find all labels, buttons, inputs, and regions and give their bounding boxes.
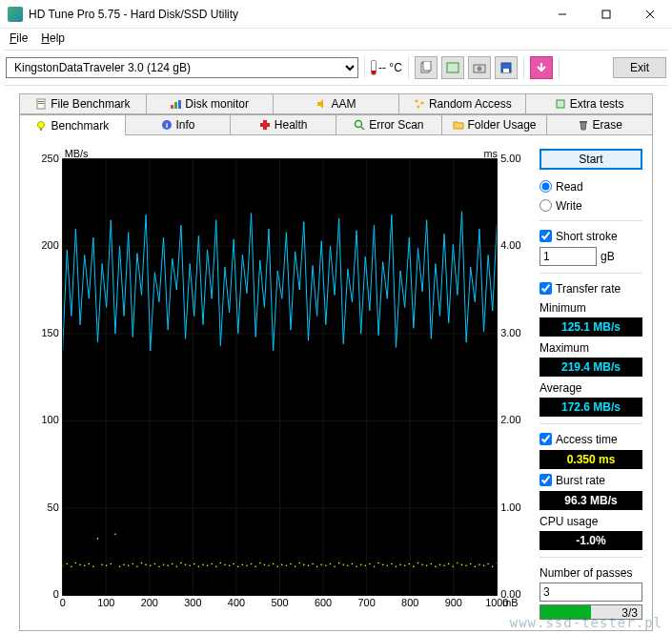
svg-text:50: 50 bbox=[48, 501, 59, 513]
average-label: Average bbox=[540, 381, 642, 395]
svg-text:ms: ms bbox=[483, 148, 498, 159]
svg-point-161 bbox=[443, 564, 445, 566]
monitor-icon bbox=[170, 98, 181, 110]
svg-point-27 bbox=[356, 121, 362, 128]
short-stroke-input[interactable] bbox=[540, 247, 597, 266]
transfer-rate-check[interactable]: Transfer rate bbox=[540, 280, 642, 297]
svg-point-17 bbox=[415, 100, 417, 103]
svg-point-157 bbox=[426, 564, 428, 566]
svg-point-156 bbox=[421, 564, 423, 566]
exit-button[interactable]: Exit bbox=[613, 57, 666, 78]
svg-rect-20 bbox=[557, 100, 564, 108]
svg-point-116 bbox=[246, 564, 248, 566]
tab-random-access[interactable]: Random Access bbox=[398, 93, 526, 114]
svg-point-134 bbox=[325, 564, 327, 566]
thermometer-icon bbox=[371, 60, 377, 75]
svg-point-129 bbox=[303, 564, 305, 566]
svg-point-117 bbox=[251, 563, 253, 565]
separator bbox=[523, 56, 524, 79]
svg-point-170 bbox=[483, 564, 485, 566]
svg-point-87 bbox=[119, 565, 121, 567]
svg-rect-22 bbox=[40, 128, 42, 131]
svg-point-114 bbox=[237, 565, 239, 567]
watermark: www.ssd-tester.pl bbox=[510, 615, 662, 630]
svg-point-108 bbox=[211, 563, 213, 565]
tab-erase[interactable]: Erase bbox=[546, 114, 653, 135]
svg-point-91 bbox=[136, 565, 138, 567]
svg-point-78 bbox=[79, 564, 81, 566]
tab-info[interactable]: iInfo bbox=[125, 114, 232, 135]
svg-point-86 bbox=[114, 534, 116, 536]
maximize-button[interactable] bbox=[584, 0, 628, 29]
tab-label: Info bbox=[176, 118, 195, 132]
menu-help[interactable]: Help bbox=[35, 30, 71, 47]
close-button[interactable] bbox=[628, 0, 672, 29]
tab-label: AAM bbox=[331, 97, 356, 111]
tab-label: Erase bbox=[593, 118, 622, 132]
svg-text:mB: mB bbox=[502, 597, 518, 608]
svg-line-28 bbox=[361, 127, 364, 130]
svg-point-159 bbox=[435, 565, 437, 567]
tab-aam[interactable]: AAM bbox=[273, 93, 400, 114]
svg-point-168 bbox=[475, 565, 477, 567]
svg-text:i: i bbox=[165, 121, 167, 130]
svg-point-162 bbox=[448, 563, 450, 565]
tab-label: File Benchmark bbox=[51, 97, 130, 111]
read-radio[interactable]: Read bbox=[540, 178, 642, 194]
svg-point-105 bbox=[198, 565, 200, 567]
menu-file[interactable]: File bbox=[4, 30, 33, 47]
svg-point-155 bbox=[417, 562, 419, 564]
svg-point-110 bbox=[220, 562, 222, 564]
bulb-icon bbox=[35, 120, 47, 132]
svg-point-138 bbox=[342, 564, 344, 566]
check-label: Transfer rate bbox=[556, 282, 621, 296]
benchmark-chart: 00.00501.001002.001503.002004.002505.000… bbox=[30, 145, 530, 621]
access-time-check[interactable]: Access time bbox=[540, 431, 642, 447]
tab-label: Health bbox=[275, 118, 308, 132]
save-button[interactable] bbox=[495, 56, 518, 79]
device-select[interactable]: KingstonDataTraveler 3.0 (124 gB) bbox=[6, 57, 358, 78]
svg-point-141 bbox=[356, 565, 357, 567]
minimize-button[interactable] bbox=[540, 0, 584, 29]
content-panel: 00.00501.001002.001503.002004.002505.000… bbox=[19, 135, 653, 631]
tab-label: Benchmark bbox=[51, 119, 109, 133]
tab-health[interactable]: Health bbox=[230, 114, 336, 135]
tab-file-benchmark[interactable]: File Benchmark bbox=[19, 93, 147, 114]
screenshot-button[interactable] bbox=[468, 56, 491, 79]
divider bbox=[540, 273, 642, 274]
svg-rect-10 bbox=[503, 69, 509, 72]
tab-label: Extra tests bbox=[570, 97, 624, 111]
radio-label: Write bbox=[556, 199, 582, 213]
separator bbox=[408, 56, 409, 79]
svg-point-119 bbox=[259, 562, 261, 564]
tests-icon bbox=[555, 98, 566, 110]
svg-point-167 bbox=[470, 563, 472, 565]
write-radio[interactable]: Write bbox=[540, 197, 642, 214]
access-time-value: 0.350 ms bbox=[540, 450, 642, 469]
separator bbox=[364, 56, 365, 79]
trash-icon bbox=[578, 119, 589, 131]
svg-point-164 bbox=[457, 562, 458, 564]
tab-extra-tests[interactable]: Extra tests bbox=[525, 93, 653, 114]
svg-rect-12 bbox=[38, 101, 44, 102]
tab-label: Random Access bbox=[429, 97, 512, 111]
tab-benchmark[interactable]: Benchmark bbox=[19, 114, 126, 135]
start-button[interactable]: Start bbox=[540, 149, 642, 170]
cpu-usage-label: CPU usage bbox=[540, 515, 642, 528]
svg-point-142 bbox=[360, 564, 362, 566]
svg-point-169 bbox=[479, 564, 480, 566]
copy-screenshot-button[interactable] bbox=[441, 56, 464, 79]
tab-folder-usage[interactable]: Folder Usage bbox=[441, 114, 548, 135]
burst-rate-check[interactable]: Burst rate bbox=[540, 472, 642, 488]
svg-text:600: 600 bbox=[315, 597, 332, 608]
copy-info-button[interactable] bbox=[415, 56, 438, 79]
svg-point-112 bbox=[229, 564, 231, 566]
tab-disk-monitor[interactable]: Disk monitor bbox=[146, 93, 274, 114]
short-stroke-check[interactable]: Short stroke bbox=[540, 228, 642, 244]
check-label: Access time bbox=[556, 433, 618, 446]
window-title: HD Tune Pro 5.75 - Hard Disk/SSD Utility bbox=[29, 8, 540, 21]
tab-error-scan[interactable]: Error Scan bbox=[336, 114, 442, 135]
options-button[interactable] bbox=[530, 56, 553, 79]
num-passes-input[interactable] bbox=[540, 583, 642, 602]
temperature-value: -- °C bbox=[378, 61, 402, 74]
